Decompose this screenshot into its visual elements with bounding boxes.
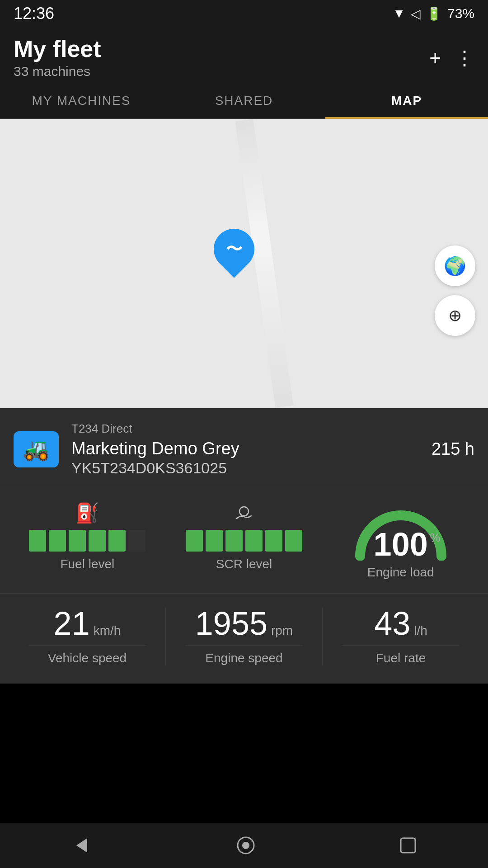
fuel-bar: [29, 530, 145, 552]
pin-tail: [229, 267, 239, 276]
scr-label: SCR level: [216, 557, 272, 571]
scr-bar-3: [225, 530, 243, 552]
gauge-value-group: 100 %: [374, 528, 428, 561]
scr-bar: [186, 530, 302, 552]
speed-divider: [28, 645, 146, 646]
globe-icon: 🌍: [444, 255, 466, 277]
header-title-group: My fleet 33 machines: [14, 36, 101, 79]
fuel-rate-value: 43: [374, 607, 410, 640]
fuel-icon: ⛽: [75, 502, 99, 524]
scr-bar-5: [265, 530, 282, 552]
tab-my-machines[interactable]: MY MACHINES: [0, 84, 163, 118]
speed-label: Vehicle speed: [48, 651, 127, 665]
fuel-bar-3: [69, 530, 86, 552]
scr-level-gauge: SCR level: [166, 502, 323, 571]
rpm-divider: [185, 645, 303, 646]
engine-load-gauge: 100 % Engine load: [322, 502, 479, 580]
crosshair-icon: ⊕: [448, 306, 462, 325]
speed-unit: km/h: [94, 623, 121, 638]
scr-bar-6: [285, 530, 302, 552]
svg-point-0: [239, 507, 249, 516]
scr-bar-4: [245, 530, 263, 552]
fuel-level-gauge: ⛽ Fuel level: [9, 502, 166, 571]
recents-button[interactable]: [399, 836, 417, 854]
machine-name: Marketing Demo Grey: [71, 439, 419, 459]
fuel-label: Fuel level: [60, 557, 114, 571]
svg-rect-4: [401, 838, 415, 853]
speed-value-row: 21 km/h: [54, 607, 121, 640]
speed-value: 21: [54, 607, 90, 640]
svg-marker-1: [76, 838, 87, 853]
scr-bar-2: [206, 530, 223, 552]
fuel-rate-value-row: 43 l/h: [374, 607, 427, 640]
home-button[interactable]: [235, 835, 257, 856]
rpm-label: Engine speed: [205, 651, 282, 665]
status-bar: 12:36 ▼ ◁ 🔋 73%: [0, 0, 488, 27]
fuel-rate-divider: [342, 645, 460, 646]
scr-icon: [234, 502, 254, 524]
fuel-bar-2: [49, 530, 66, 552]
header: My fleet 33 machines + ⋮: [0, 27, 488, 84]
tab-shared[interactable]: SHARED: [163, 84, 325, 118]
battery-percent: 73%: [447, 6, 474, 21]
battery-icon: 🔋: [426, 6, 442, 21]
tab-bar: MY MACHINES SHARED MAP: [0, 84, 488, 119]
rpm-value: 1955: [195, 607, 267, 640]
semicircle-container: 100 %: [351, 502, 450, 561]
globe-button[interactable]: 🌍: [435, 245, 475, 286]
map-pin[interactable]: 〜: [214, 229, 254, 278]
machine-icon: 🚜: [14, 431, 59, 467]
map-view[interactable]: 〜 🌍 ⊕: [0, 119, 488, 408]
status-icons: ▼ ◁ 🔋 73%: [393, 6, 474, 21]
app-title: My fleet: [14, 36, 101, 62]
scr-bar-1: [186, 530, 203, 552]
tab-map[interactable]: MAP: [325, 84, 488, 118]
signal-icon: ◁: [411, 6, 421, 21]
fuel-rate-cell: 43 l/h Fuel rate: [323, 607, 479, 665]
vehicle-speed-cell: 21 km/h Vehicle speed: [9, 607, 166, 665]
add-button[interactable]: +: [429, 47, 441, 69]
metrics-row: 21 km/h Vehicle speed 1955 rpm Engine sp…: [0, 594, 488, 675]
wifi-icon: ▼: [393, 6, 405, 21]
machine-card[interactable]: 🚜 T234 Direct Marketing Demo Grey YK5T23…: [0, 408, 488, 488]
fuel-bar-1: [29, 530, 46, 552]
status-time: 12:36: [14, 4, 54, 23]
machine-hours: 215 h: [432, 439, 474, 459]
tractor-icon: 🚜: [23, 437, 50, 462]
machine-serial: YK5T234D0KS361025: [71, 459, 419, 477]
fuel-bar-5: [108, 530, 126, 552]
pin-icon: 〜: [226, 238, 242, 260]
crosshair-button[interactable]: ⊕: [435, 295, 475, 336]
back-button[interactable]: [71, 835, 93, 856]
fuel-rate-label: Fuel rate: [376, 651, 426, 665]
svg-point-3: [242, 842, 249, 849]
rpm-unit: rpm: [271, 623, 293, 638]
machine-count: 33 machines: [14, 64, 101, 79]
fuel-rate-unit: l/h: [414, 623, 427, 638]
fuel-bar-6: [128, 530, 145, 552]
bottom-nav: [0, 823, 488, 868]
machine-info: T234 Direct Marketing Demo Grey YK5T234D…: [71, 422, 419, 477]
stats-section: ⛽ Fuel level: [0, 488, 488, 684]
more-button[interactable]: ⋮: [455, 46, 474, 69]
machine-type: T234 Direct: [71, 422, 419, 436]
engine-speed-cell: 1955 rpm Engine speed: [166, 607, 323, 665]
rpm-value-row: 1955 rpm: [195, 607, 293, 640]
header-actions: + ⋮: [429, 46, 474, 69]
engine-load-label: Engine load: [367, 565, 434, 580]
gauge-row: ⛽ Fuel level: [0, 502, 488, 594]
fuel-bar-4: [89, 530, 106, 552]
